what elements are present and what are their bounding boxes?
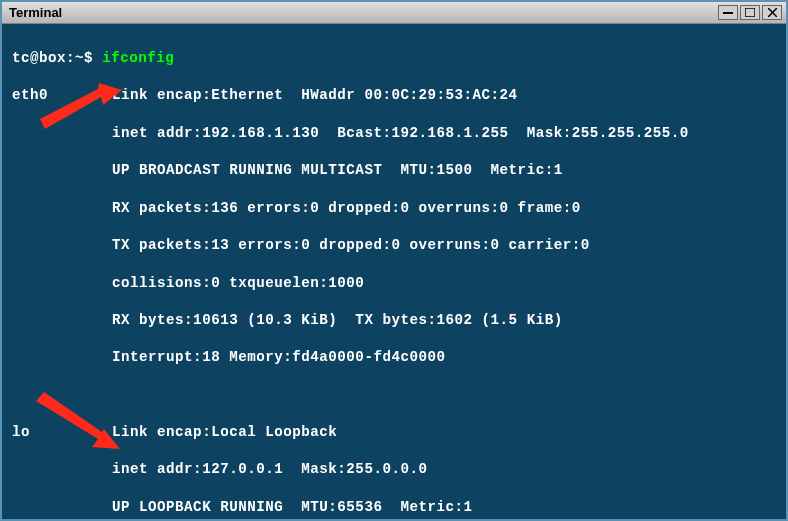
minimize-icon bbox=[723, 12, 733, 14]
output-line: eth0Link encap:Ethernet HWaddr 00:0C:29:… bbox=[12, 86, 776, 105]
eth0-flags: UP BROADCAST RUNNING MULTICAST MTU:1500 … bbox=[112, 161, 776, 180]
iface-eth0: eth0 bbox=[12, 86, 112, 105]
svg-rect-0 bbox=[723, 12, 733, 14]
minimize-button[interactable] bbox=[718, 5, 738, 20]
terminal-output[interactable]: tc@box:~$ ifconfig eth0Link encap:Ethern… bbox=[2, 24, 786, 521]
output-line: collisions:0 txqueuelen:1000 bbox=[12, 274, 776, 293]
close-icon bbox=[768, 8, 777, 17]
svg-rect-1 bbox=[745, 8, 755, 17]
eth0-rx-packets: RX packets:136 errors:0 dropped:0 overru… bbox=[112, 199, 776, 218]
output-line: Interrupt:18 Memory:fd4a0000-fd4c0000 bbox=[12, 348, 776, 367]
output-line: loLink encap:Local Loopback bbox=[12, 423, 776, 442]
titlebar[interactable]: Terminal bbox=[2, 2, 786, 24]
window-controls bbox=[718, 5, 782, 20]
lo-link: Link encap:Local Loopback bbox=[112, 423, 776, 442]
prompt-line: tc@box:~$ ifconfig bbox=[12, 49, 776, 68]
command-ifconfig: ifconfig bbox=[102, 50, 174, 66]
window-title: Terminal bbox=[6, 5, 718, 20]
maximize-icon bbox=[745, 8, 755, 17]
maximize-button[interactable] bbox=[740, 5, 760, 20]
lo-flags: UP LOOPBACK RUNNING MTU:65536 Metric:1 bbox=[112, 498, 776, 517]
iface-lo: lo bbox=[12, 423, 112, 442]
output-line: TX packets:13 errors:0 dropped:0 overrun… bbox=[12, 236, 776, 255]
output-line: inet addr:127.0.0.1 Mask:255.0.0.0 bbox=[12, 460, 776, 479]
output-line: inet addr:192.168.1.130 Bcast:192.168.1.… bbox=[12, 124, 776, 143]
prompt-prefix: tc@box:~$ bbox=[12, 50, 102, 66]
eth0-tx-packets: TX packets:13 errors:0 dropped:0 overrun… bbox=[112, 236, 776, 255]
eth0-bytes: RX bytes:10613 (10.3 KiB) TX bytes:1602 … bbox=[112, 311, 776, 330]
lo-inet: inet addr:127.0.0.1 Mask:255.0.0.0 bbox=[112, 460, 776, 479]
eth0-collisions: collisions:0 txqueuelen:1000 bbox=[112, 274, 776, 293]
output-line: UP BROADCAST RUNNING MULTICAST MTU:1500 … bbox=[12, 161, 776, 180]
output-line: RX packets:136 errors:0 dropped:0 overru… bbox=[12, 199, 776, 218]
output-line: RX bytes:10613 (10.3 KiB) TX bytes:1602 … bbox=[12, 311, 776, 330]
eth0-inet: inet addr:192.168.1.130 Bcast:192.168.1.… bbox=[112, 124, 776, 143]
output-line: UP LOOPBACK RUNNING MTU:65536 Metric:1 bbox=[12, 498, 776, 517]
close-button[interactable] bbox=[762, 5, 782, 20]
blank-line bbox=[12, 386, 776, 404]
eth0-interrupt: Interrupt:18 Memory:fd4a0000-fd4c0000 bbox=[112, 348, 776, 367]
eth0-link: Link encap:Ethernet HWaddr 00:0C:29:53:A… bbox=[112, 86, 776, 105]
